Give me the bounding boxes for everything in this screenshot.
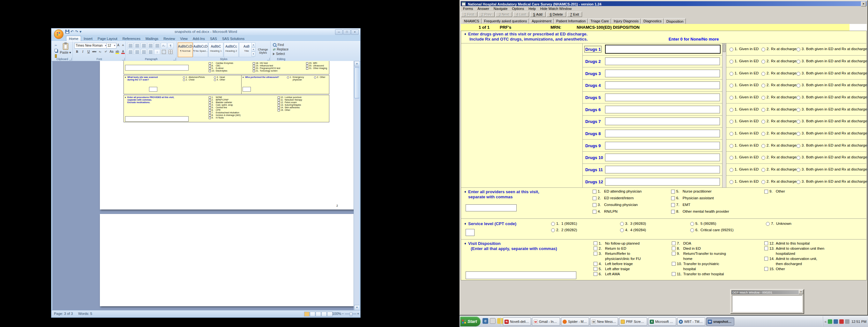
zoom-out-icon[interactable]: −	[342, 312, 344, 316]
form-tab[interactable]: Frequently asked questions	[482, 19, 529, 24]
checkbox-option[interactable]: 7.Cardiac Enzymes	[209, 62, 233, 64]
qat-dropdown-icon[interactable]: ▾	[80, 29, 82, 34]
menu-item[interactable]: Help	[526, 6, 538, 11]
drug-name-input[interactable]	[605, 94, 720, 101]
checkbox-option[interactable]: 2.ED resident/Intern	[593, 196, 642, 201]
drug-option-radio[interactable]: 1.Given in ED	[730, 47, 758, 52]
drug-option-radio[interactable]: 3.Both given in ED and Rx at discharge	[797, 167, 867, 172]
cut-button[interactable]: ✂	[53, 43, 59, 48]
font-size-combo[interactable]: 12▾	[106, 43, 117, 49]
drug-name-input[interactable]	[605, 118, 720, 125]
taskbar-button-wbt[interactable]: eWBT - TMOUSER...	[677, 318, 705, 326]
drug-option-radio[interactable]: 3.Both given in ED and Rx at discharge	[797, 71, 867, 76]
drug-option-radio[interactable]: 2.Rx at discharge	[762, 119, 797, 124]
checkbox-option[interactable]: 10.Lumbar puncture	[278, 96, 302, 99]
toolbar-button[interactable]: 5Add	[530, 12, 546, 17]
zoom-level[interactable]: 100%	[332, 312, 341, 316]
checkbox-option[interactable]: 1.ED attending physician	[593, 189, 642, 194]
style-chip[interactable]: AaBbCc Heading 2	[224, 42, 239, 57]
service-level-input[interactable]	[466, 229, 474, 236]
drug-option-radio[interactable]: 2.Rx at discharge	[762, 59, 797, 64]
save-icon[interactable]	[65, 30, 69, 33]
radio-option[interactable]: 1.Abdomen/Pelvis	[183, 76, 205, 79]
zoom-slider-thumb[interactable]	[350, 312, 352, 316]
checkbox-option[interactable]: 9.Other	[764, 189, 785, 194]
checkbox-option[interactable]: 21.Toxicology screen	[253, 70, 280, 72]
radio-option[interactable]: 4.Other	[214, 79, 225, 81]
checkbox-option[interactable]: 7.DOA	[672, 241, 726, 246]
ribbon-tab[interactable]: SAS Solutions	[220, 36, 247, 41]
form-tab[interactable]: Disposition	[664, 18, 686, 24]
checkbox-option[interactable]: 18.HIV test	[253, 62, 280, 64]
toolbar-button[interactable]: 2Prev	[478, 12, 495, 17]
document-scrollbar[interactable]: ▲ ▼	[353, 61, 359, 310]
watch-titlebar[interactable]: DEP Watch Window - 000201	[732, 290, 803, 294]
form-tab[interactable]: Patient Information	[554, 19, 588, 24]
checkbox-option[interactable]: 8.Other mental health provider	[671, 209, 729, 214]
drug-option-radio[interactable]: 2.Rx at discharge	[762, 83, 797, 88]
drug-option-radio[interactable]: 3.Both given in ED and Rx at discharge	[797, 83, 867, 88]
quick-launch-icon[interactable]	[497, 318, 503, 324]
procedures-input[interactable]	[125, 116, 189, 122]
checkbox-option[interactable]: 7.EMT	[671, 203, 729, 207]
drug-option-radio[interactable]: 2.Rx at discharge	[762, 167, 797, 172]
toolbar-button[interactable]: 4Last	[513, 12, 529, 17]
checkbox-option[interactable]: 14.Skin adhesives	[278, 106, 302, 109]
close-icon[interactable]: ×	[799, 290, 803, 294]
clipboard-dialog-launcher[interactable]	[69, 58, 72, 60]
checkbox-option[interactable]: 1.No follow-up planned	[594, 241, 641, 246]
drug-option-radio[interactable]: 2.Rx at discharge	[762, 95, 797, 100]
drug-option-radio[interactable]: 3.Both given in ED and Rx at discharge	[797, 179, 867, 184]
toolbar-button[interactable]: 3Next	[496, 12, 512, 17]
gallery-more-icon[interactable]: ▼	[251, 52, 255, 57]
drugs-scrollbar[interactable]	[722, 43, 726, 188]
ribbon-tab[interactable]: Review	[161, 36, 178, 41]
checkbox-option[interactable]: 3.Return/Refer to physician/clinic for F…	[594, 251, 641, 261]
checkbox-option[interactable]: 10.Electrolytes	[209, 70, 233, 72]
checkbox-option[interactable]: 2.BiPAP/CPAP	[209, 99, 241, 101]
checkbox-option[interactable]: 8.CBC	[209, 64, 233, 67]
ie-icon[interactable]: e	[483, 318, 488, 324]
ribbon-tab[interactable]: SAS	[208, 36, 220, 41]
form-tab[interactable]: NHAMCS	[462, 19, 482, 24]
start-button[interactable]: Start	[460, 317, 480, 326]
scroll-down-icon[interactable]: ▼	[354, 305, 359, 310]
labs-text-input[interactable]	[125, 65, 189, 70]
checkbox-option[interactable]: 13.Suturing/Staples	[278, 104, 302, 106]
ribbon-tab[interactable]: Page Layout	[95, 36, 120, 41]
copy-button[interactable]	[53, 49, 59, 53]
checkbox-option[interactable]: 20.Pregnancy/HCG test	[253, 67, 280, 70]
gallery-up-icon[interactable]: ▲	[251, 42, 255, 47]
providers-input[interactable]	[466, 204, 517, 211]
drug-option-radio[interactable]: 2.Rx at discharge	[762, 107, 797, 112]
drug-option-radio[interactable]: 2.Rx at discharge	[762, 143, 797, 148]
drug-name-input[interactable]	[605, 166, 720, 173]
checkbox-option[interactable]: 31.Other imaging	[306, 67, 327, 70]
checkbox-option[interactable]: 3.Bladder catheter	[209, 101, 241, 104]
checkbox-option[interactable]: 2.Return to ED	[594, 246, 641, 251]
replace-button[interactable]: ⇄Replace	[273, 48, 288, 51]
align-right-button[interactable]	[141, 49, 147, 55]
drug-name-input[interactable]	[605, 142, 720, 149]
drug-option-radio[interactable]: 3.Both given in ED and Rx at discharge	[797, 107, 867, 112]
radio-option[interactable]: 6.Critical care (99291)	[690, 228, 734, 233]
italic-button[interactable]: I	[80, 49, 86, 55]
drug-name-input[interactable]	[605, 130, 720, 137]
form-tab[interactable]: Diagnostics	[641, 19, 664, 24]
paste-button[interactable]: Paste ▾	[60, 42, 71, 57]
office-button-icon[interactable]	[54, 29, 63, 39]
drug-option-radio[interactable]: 2.Rx at discharge	[762, 179, 797, 184]
drug-option-radio[interactable]: 3.Both given in ED and Rx at discharge	[797, 119, 867, 124]
radio-option[interactable]: 5.5 (99285)	[690, 221, 734, 226]
drug-option-radio[interactable]: 3.Both given in ED and Rx at discharge	[797, 143, 867, 148]
form-tab[interactable]: Triage Care	[588, 19, 611, 24]
ribbon-tab[interactable]: Home	[66, 36, 81, 41]
select-button[interactable]: Select	[273, 52, 285, 56]
style-chip[interactable]: AaBbCcDc ¶ Normal	[178, 42, 193, 57]
decrease-indent-button[interactable]	[148, 43, 154, 48]
checkbox-option[interactable]: 12.Pelvic exam	[278, 101, 302, 104]
tray-collapse-icon[interactable]: «	[825, 320, 827, 324]
align-center-button[interactable]	[134, 49, 140, 55]
ribbon-tab[interactable]: Mailings	[143, 36, 161, 41]
drug-option-radio[interactable]: 3.Both given in ED and Rx at discharge	[797, 59, 867, 64]
